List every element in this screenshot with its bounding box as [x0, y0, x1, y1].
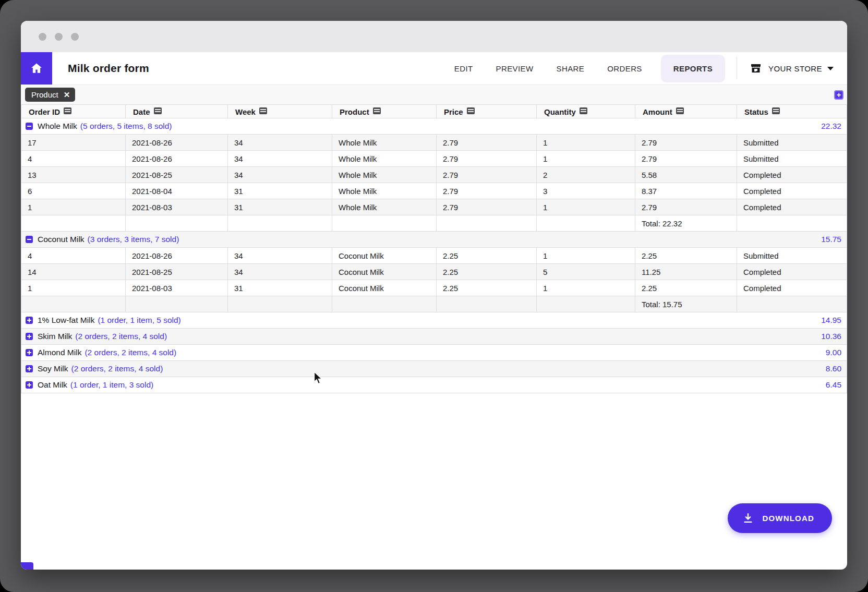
group-total-amount: 9.00: [826, 348, 842, 357]
column-menu-icon[interactable]: [64, 107, 71, 114]
table-cell: Submitted: [737, 248, 847, 264]
group-total-cell: Total: 15.75: [635, 296, 737, 312]
nav-orders[interactable]: ORDERS: [607, 59, 642, 78]
group-by-chip[interactable]: Product ✕: [25, 88, 75, 102]
column-header-week[interactable]: Week: [228, 105, 332, 118]
column-menu-icon[interactable]: [772, 107, 780, 114]
nav-reports[interactable]: REPORTS: [661, 55, 725, 82]
column-header-status[interactable]: Status: [737, 105, 847, 118]
table-cell: 8.37: [635, 183, 737, 199]
expand-group-icon[interactable]: [26, 317, 33, 324]
table-cell: 1: [537, 135, 635, 151]
download-label: DOWNLOAD: [762, 514, 814, 523]
download-button[interactable]: DOWNLOAD: [728, 503, 832, 533]
table-cell: Completed: [737, 167, 847, 183]
column-menu-icon[interactable]: [676, 107, 684, 114]
main-nav: EDIT PREVIEW SHARE ORDERS REPORTS YOUR S…: [443, 55, 847, 82]
group-total-row: Total: 22.32: [21, 215, 847, 232]
table-row[interactable]: 42021-08-2634Coconut Milk2.2512.25Submit…: [21, 248, 847, 264]
table-cell: 34: [228, 167, 332, 183]
nav-edit[interactable]: EDIT: [454, 59, 473, 78]
group-row[interactable]: Whole Milk(5 orders, 5 items, 8 sold)22.…: [21, 118, 847, 135]
column-menu-icon[interactable]: [467, 107, 475, 114]
group-row[interactable]: Soy Milk(2 orders, 2 items, 4 sold)8.60: [21, 361, 847, 377]
expand-group-icon[interactable]: [26, 381, 33, 389]
column-menu-icon[interactable]: [373, 107, 381, 114]
group-row[interactable]: Almond Milk(2 orders, 2 items, 4 sold)9.…: [21, 345, 847, 361]
table-cell: 1: [537, 199, 635, 215]
column-header-amount[interactable]: Amount: [635, 105, 737, 118]
table-cell: 17: [21, 135, 126, 151]
table-cell: [332, 215, 437, 232]
group-row[interactable]: Skim Milk(2 orders, 2 items, 4 sold)10.3…: [21, 329, 847, 345]
column-header-product[interactable]: Product: [332, 105, 437, 118]
group-summary: (2 orders, 2 items, 4 sold): [71, 364, 163, 373]
table-row[interactable]: 132021-08-2534Whole Milk2.7925.58Complet…: [21, 167, 847, 183]
column-menu-icon[interactable]: [154, 107, 162, 114]
expand-group-icon[interactable]: [26, 349, 33, 356]
table-cell: [126, 296, 228, 312]
desktop-background: Milk order form EDIT PREVIEW SHARE ORDER…: [0, 0, 868, 592]
window-control-dot[interactable]: [71, 33, 79, 41]
table-row[interactable]: 42021-08-2634Whole Milk2.7912.79Submitte…: [21, 151, 847, 167]
table-row[interactable]: 62021-08-0431Whole Milk2.7938.37Complete…: [21, 183, 847, 199]
window-control-dot[interactable]: [55, 33, 63, 41]
table-cell: 1: [21, 199, 126, 215]
group-summary: (5 orders, 5 items, 8 sold): [80, 122, 172, 130]
table-cell: 2021-08-26: [126, 248, 228, 264]
table-cell: 2.79: [635, 199, 737, 215]
nav-preview[interactable]: PREVIEW: [496, 59, 534, 78]
table-cell: 2021-08-25: [126, 167, 228, 183]
group-total-row: Total: 15.75: [21, 296, 847, 312]
store-menu-button[interactable]: YOUR STORE: [750, 62, 834, 75]
table-row[interactable]: 172021-08-2634Whole Milk2.7912.79Submitt…: [21, 135, 847, 151]
column-header-quantity[interactable]: Quantity: [537, 105, 635, 118]
table-cell: 2021-08-26: [126, 151, 228, 167]
table-row[interactable]: 12021-08-0331Whole Milk2.7912.79Complete…: [21, 199, 847, 215]
window-control-dot[interactable]: [39, 33, 46, 41]
group-name: Almond Milk: [38, 348, 81, 357]
table-row[interactable]: 12021-08-0331Coconut Milk2.2512.25Comple…: [21, 280, 847, 296]
table-cell: 2021-08-03: [126, 280, 228, 296]
column-menu-icon[interactable]: [580, 107, 587, 114]
home-icon: [30, 62, 43, 75]
group-total-amount: 22.32: [821, 122, 842, 131]
table-cell: Coconut Milk: [332, 280, 437, 296]
table-cell: 4: [21, 248, 126, 264]
group-row[interactable]: 1% Low-fat Milk(1 order, 1 item, 5 sold)…: [21, 312, 847, 329]
column-header-order-id[interactable]: Order ID: [21, 105, 126, 118]
home-button[interactable]: [21, 52, 52, 84]
corner-widget[interactable]: [21, 562, 33, 570]
table-cell: Whole Milk: [332, 199, 437, 215]
table-cell: 31: [228, 199, 332, 215]
group-row[interactable]: Coconut Milk(3 orders, 3 items, 7 sold)1…: [21, 232, 847, 248]
table-cell: 2.25: [635, 280, 737, 296]
add-group-button[interactable]: +: [834, 90, 843, 100]
nav-share[interactable]: SHARE: [557, 59, 585, 78]
group-name: Soy Milk: [38, 364, 68, 373]
column-header-date[interactable]: Date: [126, 105, 228, 118]
expand-group-icon[interactable]: [26, 365, 33, 372]
collapse-group-icon[interactable]: [26, 236, 33, 243]
expand-group-icon[interactable]: [26, 333, 33, 340]
group-name: 1% Low-fat Milk: [38, 316, 94, 324]
table-cell: 2.25: [437, 264, 537, 280]
table-cell: [537, 215, 635, 232]
table-cell: [537, 296, 635, 312]
table-cell: Coconut Milk: [332, 248, 437, 264]
column-header-price[interactable]: Price: [437, 105, 537, 118]
table-cell: 11.25: [635, 264, 737, 280]
table-cell: Submitted: [737, 151, 847, 167]
table-cell: 2.79: [437, 167, 537, 183]
collapse-group-icon[interactable]: [26, 123, 33, 130]
table-cell: Coconut Milk: [332, 264, 437, 280]
table-cell: Whole Milk: [332, 183, 437, 199]
close-icon[interactable]: ✕: [64, 91, 70, 99]
column-menu-icon[interactable]: [259, 107, 267, 114]
table-cell: 2: [537, 167, 635, 183]
group-row[interactable]: Oat Milk(1 order, 1 item, 3 sold)6.45: [21, 377, 847, 393]
store-label: YOUR STORE: [768, 64, 822, 73]
group-name: Whole Milk: [38, 122, 77, 130]
group-by-chip-label: Product: [31, 90, 58, 99]
table-row[interactable]: 142021-08-2534Coconut Milk2.25511.25Comp…: [21, 264, 847, 280]
